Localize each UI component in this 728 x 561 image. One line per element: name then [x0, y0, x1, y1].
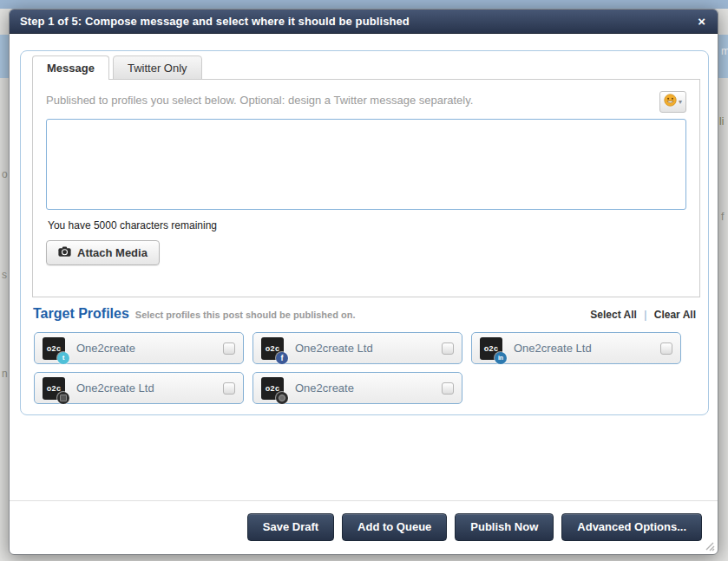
compose-panel: MessageTwitter Only Published to profile…: [20, 50, 709, 415]
message-tab-panel: Published to profiles you select below. …: [32, 79, 700, 297]
profile-card[interactable]: o2cinOne2create Ltd: [471, 332, 681, 364]
target-profiles-heading: Target Profiles: [33, 306, 129, 322]
emoji-picker-button[interactable]: ▾: [659, 91, 686, 113]
attach-media-button[interactable]: Attach Media: [46, 240, 160, 265]
publish-now-button[interactable]: Publish Now: [455, 513, 554, 541]
add-to-queue-button[interactable]: Add to Queue: [342, 513, 447, 541]
facebook-badge-icon: f: [276, 352, 288, 364]
composer-hint: Published to profiles you select below. …: [46, 91, 659, 107]
profile-checkbox[interactable]: [442, 382, 454, 395]
profile-name: One2create Ltd: [76, 382, 223, 395]
profile-card[interactable]: o2cOne2create Ltd: [34, 372, 244, 404]
profile-checkbox[interactable]: [442, 342, 454, 355]
profile-name: One2create: [295, 382, 442, 395]
background-page-header: [0, 0, 728, 9]
profile-name: One2create: [76, 342, 223, 355]
profile-avatar: o2c: [43, 377, 65, 400]
profile-avatar: o2cin: [480, 337, 502, 360]
camera-icon: [58, 246, 71, 259]
profile-card-grid: o2ctOne2createo2cfOne2create Ltdo2cinOne…: [34, 332, 681, 404]
modal-header: Step 1 of 5: Compose message and select …: [10, 10, 718, 34]
bg-text-fragment: n: [2, 368, 8, 380]
characters-remaining: You have 5000 characters remaining: [46, 219, 686, 232]
twitter-badge-icon: t: [57, 352, 69, 364]
bg-text-fragment: li: [719, 115, 724, 127]
profile-avatar: o2cf: [261, 337, 284, 360]
save-draft-button[interactable]: Save Draft: [247, 513, 334, 541]
tab-twitter-only[interactable]: Twitter Only: [113, 55, 202, 80]
advanced-options-button[interactable]: Advanced Options...: [561, 513, 702, 541]
profile-card[interactable]: o2cfOne2create Ltd: [253, 332, 462, 364]
profile-card[interactable]: o2cOne2create: [253, 372, 462, 404]
bg-text-fragment: o: [2, 168, 8, 180]
profile-avatar: o2ct: [43, 337, 65, 360]
select-all-link[interactable]: Select All: [590, 309, 637, 321]
profile-card[interactable]: o2ctOne2create: [34, 332, 244, 364]
profile-name: One2create Ltd: [514, 342, 660, 355]
message-textarea[interactable]: [46, 119, 686, 210]
profile-checkbox[interactable]: [223, 382, 235, 395]
googleplus-badge-icon: [57, 392, 69, 404]
modal-title: Step 1 of 5: Compose message and select …: [20, 15, 696, 28]
chevron-down-icon: ▾: [679, 98, 682, 106]
compose-modal: Step 1 of 5: Compose message and select …: [9, 9, 718, 555]
profile-avatar: o2c: [261, 377, 284, 400]
resize-grip[interactable]: [703, 539, 715, 551]
smiley-icon: [664, 94, 677, 110]
tabs: MessageTwitter Only: [32, 55, 206, 80]
bg-text-fragment: f: [721, 211, 724, 223]
profile-checkbox[interactable]: [223, 342, 235, 355]
profile-name: One2create Ltd: [295, 342, 442, 355]
bg-text-fragment: m: [721, 45, 728, 57]
instagram-badge-icon: [276, 392, 288, 404]
profile-checkbox[interactable]: [660, 342, 672, 355]
modal-footer: Save DraftAdd to QueuePublish NowAdvance…: [10, 500, 718, 554]
attach-media-label: Attach Media: [77, 246, 148, 259]
clear-all-link[interactable]: Clear All: [654, 309, 696, 321]
bg-text-fragment: s: [2, 269, 7, 281]
links-separator: |: [644, 309, 646, 321]
target-profiles-subheading: Select profiles this post should be publ…: [135, 310, 591, 320]
tab-message[interactable]: Message: [32, 55, 109, 80]
close-icon[interactable]: ×: [696, 13, 707, 29]
linkedin-badge-icon: in: [495, 352, 507, 364]
